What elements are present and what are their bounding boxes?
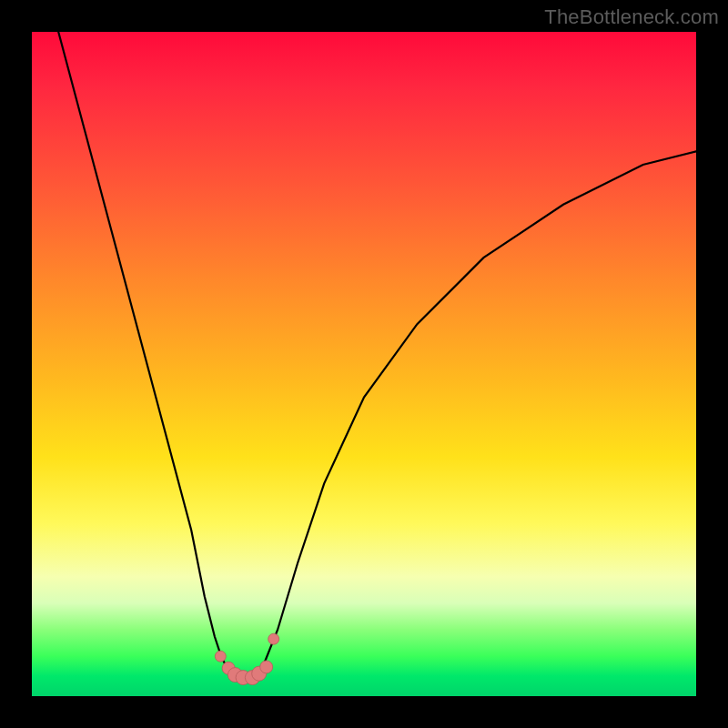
curve-group — [58, 32, 696, 680]
plot-area — [32, 32, 696, 696]
curve-right-arm — [258, 151, 696, 676]
valley-markers — [215, 633, 278, 684]
chart-svg — [32, 32, 696, 696]
outer-frame: TheBottleneck.com — [0, 0, 728, 728]
valley-marker — [268, 633, 279, 644]
curve-left-arm — [58, 32, 235, 676]
valley-marker — [215, 651, 226, 662]
watermark-text: TheBottleneck.com — [544, 5, 719, 29]
valley-marker — [260, 661, 273, 673]
